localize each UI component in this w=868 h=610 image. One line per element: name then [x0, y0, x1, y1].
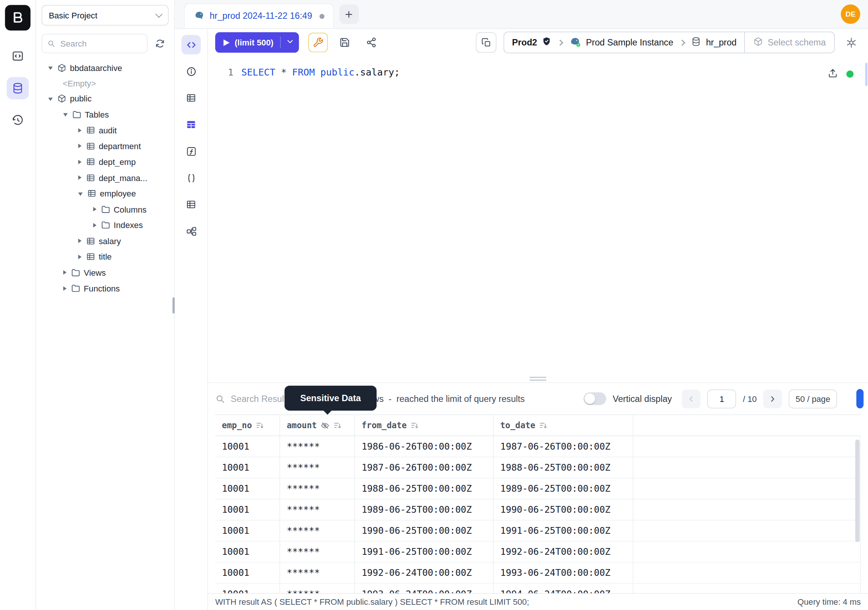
floppy-icon — [339, 37, 350, 48]
column-header-from-date[interactable]: from_date — [355, 415, 493, 436]
limit-note: rows - reached the limit of query result… — [365, 394, 525, 404]
project-selector[interactable]: Basic Project — [42, 5, 169, 26]
schema-diagram-icon[interactable] — [181, 221, 201, 241]
panel-splitter[interactable] — [208, 375, 868, 382]
next-page-button[interactable] — [763, 389, 782, 408]
run-options-chevron-icon[interactable] — [286, 37, 295, 48]
tree-node-functions[interactable]: Functions — [42, 281, 169, 296]
sort-icon[interactable] — [411, 421, 419, 429]
caret-down-icon — [48, 67, 53, 70]
table-row[interactable]: 10001 ****** 1988-06-25T00:00:00Z 1989-0… — [215, 478, 861, 499]
splitter-grip-icon — [530, 377, 546, 380]
table-row[interactable]: 10001 ****** 1989-06-25T00:00:00Z 1990-0… — [215, 500, 861, 521]
eye-off-icon[interactable] — [321, 421, 330, 430]
left-rail — [0, 0, 36, 610]
cell-amount-masked: ****** — [280, 563, 355, 583]
tree-node-dept-manager[interactable]: dept_mana... — [42, 170, 169, 186]
sidebar-search[interactable] — [42, 34, 147, 53]
table-row[interactable]: 10001 ****** 1990-06-25T00:00:00Z 1991-0… — [215, 521, 861, 542]
tree-node-employee[interactable]: employee — [42, 186, 169, 201]
page-size-select[interactable]: 50 / page — [789, 389, 837, 408]
table-row-clipped[interactable]: 10001 ****** 1993-06-24T00:00:00Z 1994-0… — [215, 584, 861, 593]
tree-node-columns[interactable]: Columns — [42, 201, 169, 217]
cell-emp-no: 10001 — [215, 563, 280, 583]
colored-table-icon[interactable] — [181, 115, 201, 135]
tab-hr-prod[interactable]: hr_prod 2024-11-22 16:49 — [184, 3, 333, 28]
copy-connection-button[interactable] — [476, 32, 497, 53]
instance-postgres-icon — [569, 36, 581, 50]
cell-amount-masked: ****** — [280, 457, 355, 478]
table-row[interactable]: 10001 ****** 1992-06-24T00:00:00Z 1993-0… — [215, 563, 861, 584]
tables-panel-icon[interactable] — [181, 88, 201, 108]
tree-node-public[interactable]: public — [42, 91, 169, 107]
sql-editor[interactable]: 1 SELECT*FROMpublic.salary; — [208, 56, 868, 375]
nav-history-icon[interactable] — [7, 109, 29, 132]
table-list-icon[interactable] — [181, 195, 201, 214]
tree-node-views[interactable]: Views — [42, 265, 169, 281]
tree-empty-label: <Empty> — [42, 76, 169, 91]
share-button[interactable] — [361, 33, 381, 52]
tree-label: Tables — [85, 110, 109, 119]
search-icon — [215, 394, 225, 404]
cell-to-date: 1993-06-24T00:00:00Z — [494, 563, 633, 583]
tree-node-department[interactable]: department — [42, 138, 169, 154]
tree-node-title[interactable]: title — [42, 249, 169, 265]
column-header-to-date[interactable]: to_date — [494, 415, 633, 436]
vertical-display-toggle[interactable] — [583, 392, 606, 405]
column-header-emp-no[interactable]: emp_no — [215, 415, 280, 436]
parentheses-icon[interactable] — [181, 168, 201, 188]
run-divider — [280, 37, 281, 48]
cell-from-date: 1988-06-25T00:00:00Z — [355, 478, 493, 499]
tree-node-salary[interactable]: salary — [42, 233, 169, 249]
table-row[interactable]: 10001 ****** 1987-06-26T00:00:00Z 1988-0… — [215, 457, 861, 478]
run-label: (limit 500) — [235, 37, 273, 47]
ai-assistant-button[interactable] — [842, 33, 861, 52]
table-row[interactable]: 10001 ****** 1986-06-26T00:00:00Z 1987-0… — [215, 436, 861, 457]
chevron-left-icon — [687, 394, 696, 404]
nav-database-icon[interactable] — [7, 77, 29, 99]
table-row[interactable]: 10001 ****** 1991-06-25T00:00:00Z 1992-0… — [215, 542, 861, 563]
cell-emp-no: 10001 — [215, 542, 280, 562]
line-number: 1 — [208, 67, 242, 78]
sort-icon[interactable] — [256, 421, 264, 429]
info-icon[interactable] — [181, 62, 201, 81]
nav-sql-editor-icon[interactable] — [7, 45, 29, 67]
new-tab-button[interactable] — [339, 5, 359, 24]
tree-node-indexes[interactable]: Indexes — [42, 217, 169, 233]
prev-page-button[interactable] — [682, 389, 701, 408]
sort-icon[interactable] — [539, 421, 547, 429]
sort-icon[interactable] — [333, 421, 342, 429]
caret-right-icon — [78, 160, 81, 164]
tree-label: title — [99, 252, 112, 261]
tree-node-tables[interactable]: Tables — [42, 107, 169, 123]
tree-node-bbdataarchive[interactable]: bbdataarchive — [42, 60, 169, 76]
tooltip-caret — [323, 406, 332, 415]
avatar[interactable]: DE — [841, 5, 860, 24]
save-button[interactable] — [335, 33, 354, 52]
page-input[interactable] — [707, 389, 736, 408]
run-button[interactable]: (limit 500) — [215, 32, 299, 53]
tree-label: Functions — [84, 284, 120, 293]
ai-flower-icon — [845, 36, 857, 49]
tree-node-audit[interactable]: audit — [42, 123, 169, 138]
caret-right-icon — [93, 223, 96, 228]
column-label: amount — [287, 420, 317, 430]
bytebase-logo[interactable] — [5, 5, 30, 30]
table-scrollbar-thumb[interactable] — [855, 439, 860, 542]
connection-path[interactable]: Prod2 Prod Sample Instance — [504, 32, 744, 53]
sidebar-search-input[interactable] — [59, 38, 142, 49]
export-upload-icon[interactable] — [828, 68, 838, 80]
folder-icon — [71, 284, 81, 293]
chevron-right-icon — [557, 39, 564, 46]
database-cylinder-icon — [691, 36, 701, 49]
admin-wrench-button[interactable] — [308, 33, 328, 52]
toggle-knob — [584, 393, 595, 404]
function-icon[interactable] — [181, 141, 201, 161]
schema-selector[interactable]: Select schema — [744, 32, 834, 53]
worksheet-code-icon[interactable] — [181, 35, 201, 54]
column-header-amount[interactable]: amount — [280, 415, 355, 436]
sidebar-resize-handle[interactable] — [172, 298, 175, 314]
tree-node-dept-emp[interactable]: dept_emp — [42, 154, 169, 170]
refresh-icon[interactable] — [151, 34, 169, 52]
play-icon — [223, 39, 229, 46]
